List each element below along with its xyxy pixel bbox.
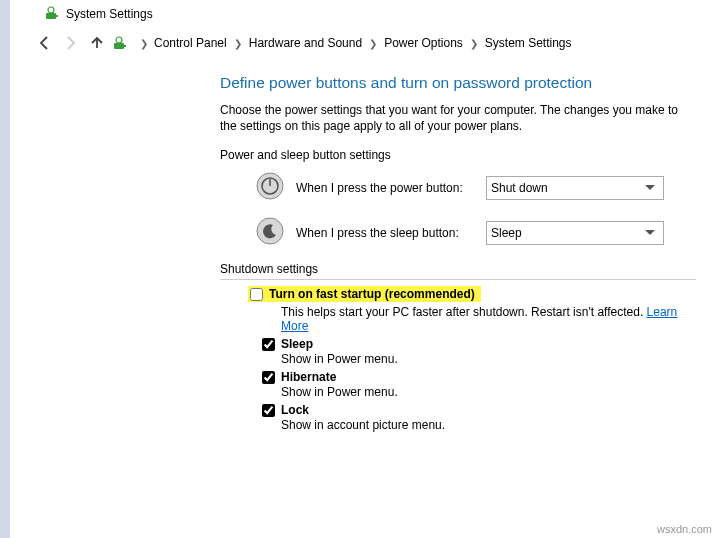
page-intro: Choose the power settings that you want … (220, 102, 696, 134)
window-title: System Settings (66, 7, 153, 21)
svg-rect-4 (124, 45, 126, 47)
svg-rect-1 (56, 15, 58, 17)
lock-checkbox[interactable] (262, 404, 275, 417)
breadcrumb-item[interactable]: Control Panel (154, 36, 227, 50)
watermark: wsxdn.com (657, 523, 712, 535)
up-button[interactable] (84, 30, 110, 56)
chevron-right-icon: ❯ (140, 38, 148, 49)
shutdown-section-title: Shutdown settings (220, 262, 696, 280)
svg-point-2 (48, 7, 54, 13)
breadcrumb-item[interactable]: Power Options (384, 36, 463, 50)
forward-button[interactable] (58, 30, 84, 56)
chevron-right-icon: ❯ (369, 38, 377, 49)
lock-desc: Show in account picture menu. (281, 418, 696, 432)
sleep-checkbox[interactable] (262, 338, 275, 351)
page-heading: Define power buttons and turn on passwor… (220, 74, 696, 92)
power-sleep-section-title: Power and sleep button settings (220, 148, 696, 162)
power-button-select[interactable]: Shut down (486, 176, 664, 200)
sleep-button-select[interactable]: Sleep (486, 221, 664, 245)
breadcrumb-item[interactable]: System Settings (485, 36, 572, 50)
hibernate-checkbox[interactable] (262, 371, 275, 384)
power-button-label: When I press the power button: (296, 181, 476, 195)
moon-icon (256, 217, 284, 248)
svg-rect-3 (114, 43, 124, 49)
fast-startup-desc: This helps start your PC faster after sh… (281, 305, 696, 333)
breadcrumb[interactable]: Control Panel ❯ Hardware and Sound ❯ Pow… (154, 36, 572, 50)
battery-icon (112, 35, 128, 51)
chevron-right-icon: ❯ (470, 38, 478, 49)
breadcrumb-item[interactable]: Hardware and Sound (249, 36, 362, 50)
fast-startup-label: Turn on fast startup (recommended) (269, 287, 475, 301)
hibernate-desc: Show in Power menu. (281, 385, 696, 399)
lock-label: Lock (281, 403, 309, 417)
sleep-label: Sleep (281, 337, 313, 351)
sleep-desc: Show in Power menu. (281, 352, 696, 366)
sleep-button-label: When I press the sleep button: (296, 226, 476, 240)
fast-startup-checkbox[interactable] (250, 288, 263, 301)
back-button[interactable] (32, 30, 58, 56)
battery-icon (44, 5, 60, 24)
svg-point-5 (116, 37, 122, 43)
hibernate-label: Hibernate (281, 370, 336, 384)
svg-rect-0 (46, 13, 56, 19)
chevron-right-icon: ❯ (234, 38, 242, 49)
power-icon (256, 172, 284, 203)
